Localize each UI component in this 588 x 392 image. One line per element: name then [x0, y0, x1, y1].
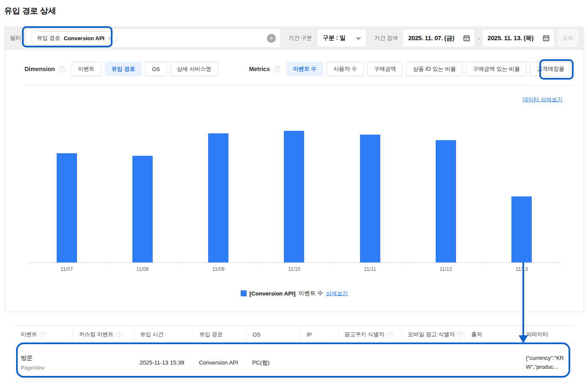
date-from-value: 2025. 11. 07. (금) — [408, 34, 454, 42]
metric-button-0[interactable]: 이벤트 수 — [286, 62, 324, 76]
bar-slot — [104, 156, 180, 262]
bar-11/11[interactable] — [360, 135, 380, 262]
parameter-value: {"currency":"KRW","produc... — [526, 354, 570, 371]
column-label: 파라미터 — [526, 331, 548, 338]
x-axis-label: 11/07 — [29, 266, 104, 272]
column-label: 광고쿠키 식별자 — [344, 331, 385, 338]
column-label: 유입 경로 — [199, 331, 223, 338]
axis-tick — [104, 263, 105, 265]
help-icon[interactable] — [387, 331, 393, 337]
legend-metric: 이벤트 수 — [299, 290, 323, 297]
x-axis-label: 11/09 — [181, 266, 256, 272]
dimension-metrics-toolbar: Dimension 이벤트유입 경로OS상세 서비스명 Metrics 이벤트 … — [5, 50, 584, 76]
dimension-label: Dimension — [25, 66, 55, 72]
date-range-separator: - — [478, 35, 480, 41]
metrics-group: Metrics 이벤트 수사용자 수구매금액상품 ID 있는 비율구매금액 있는… — [249, 62, 571, 76]
calendar-icon[interactable] — [543, 35, 550, 41]
column-header-source: 출처 — [465, 326, 520, 343]
legend-detail-link[interactable]: 상세보기 — [326, 290, 348, 297]
bar-11/12[interactable] — [436, 140, 456, 262]
filter-bar: 필터 유입 경로 Conversion API 기간 구분 구분 : 일 기간 … — [4, 26, 584, 50]
help-icon[interactable] — [116, 331, 122, 337]
cell-mobile_ad_id — [401, 344, 465, 381]
column-header-ad_cookie_id: 광고쿠키 식별자 — [338, 326, 401, 343]
axis-tick — [181, 263, 181, 265]
bar-slot — [181, 133, 256, 262]
filter-chip[interactable]: 유입 경로 Conversion API — [30, 31, 117, 45]
metrics-label: Metrics — [249, 66, 270, 72]
metric-button-5[interactable]: 고객매칭율 — [530, 62, 571, 76]
bar-slot — [29, 153, 104, 262]
bar-11/13[interactable] — [511, 196, 532, 262]
dimension-group: Dimension 이벤트유입 경로OS상세 서비스명 — [25, 62, 218, 76]
report-card: Dimension 이벤트유입 경로OS상세 서비스명 Metrics 이벤트 … — [4, 50, 584, 312]
cell-inflow_time: 2025-11-13 15:39 — [134, 344, 193, 381]
dimension-button-0[interactable]: 이벤트 — [71, 62, 102, 76]
metric-button-4[interactable]: 구매금액 있는 비율 — [466, 62, 527, 76]
period-type-select[interactable]: 구분 : 일 — [318, 30, 366, 47]
bar-11/07[interactable] — [57, 153, 77, 262]
column-label: 커스텀 이벤트 — [79, 331, 114, 338]
help-icon[interactable] — [40, 331, 46, 337]
page-title: 유입 경로 상세 — [4, 6, 56, 17]
bar-11/10[interactable] — [284, 131, 304, 262]
event-table: 이벤트커스텀 이벤트유입 시간유입 경로OSIP광고쿠키 식별자모바일 광고 식… — [15, 325, 573, 382]
bar-slot — [484, 196, 560, 262]
dimension-button-3[interactable]: 상세 서비스명 — [170, 62, 218, 76]
column-label: IP — [307, 331, 312, 338]
dimension-button-1[interactable]: 유입 경로 — [105, 62, 142, 76]
period-search-label: 기간 검색 — [374, 34, 398, 42]
cell-source — [465, 344, 520, 381]
bar-slot — [256, 131, 332, 262]
axis-tick — [29, 263, 29, 265]
column-header-os: OS — [246, 326, 300, 343]
inflow-path-detail-page: 유입 경로 상세 필터 유입 경로 Conversion API 기간 구분 구… — [0, 0, 588, 392]
date-from-input[interactable]: 2025. 11. 07. (금) — [403, 30, 474, 47]
metric-button-1[interactable]: 사용자 수 — [327, 62, 364, 76]
x-axis-label: 11/12 — [408, 266, 484, 272]
event-name: 방문 — [21, 354, 33, 362]
help-icon[interactable] — [457, 331, 463, 337]
table-header-row: 이벤트커스텀 이벤트유입 시간유입 경로OSIP광고쿠키 식별자모바일 광고 식… — [15, 325, 573, 344]
bar-11/08[interactable] — [132, 156, 153, 262]
column-header-inflow_time: 유입 시간 — [134, 326, 193, 343]
legend-swatch — [241, 290, 247, 296]
filter-input[interactable]: 유입 경로 Conversion API — [26, 29, 280, 47]
filter-label: 필터 — [10, 34, 21, 42]
axis-tick — [332, 263, 332, 265]
legend-series-name: [Conversion API] — [250, 290, 296, 297]
help-icon[interactable] — [274, 66, 280, 72]
filter-clear-icon[interactable] — [267, 34, 276, 43]
metric-button-2[interactable]: 구매금액 — [367, 62, 403, 76]
data-detail-link[interactable]: 데이터 상세보기 — [522, 96, 563, 102]
chip-remove-icon[interactable] — [108, 36, 111, 41]
cell-custom_event — [73, 344, 134, 381]
x-axis — [29, 262, 560, 263]
help-icon[interactable] — [59, 66, 66, 72]
period-type-value: 구분 : 일 — [323, 34, 346, 42]
chevron-down-icon — [356, 37, 361, 40]
x-axis-label: 11/08 — [104, 266, 180, 272]
chart-legend: [Conversion API] 이벤트 수 상세보기 — [5, 290, 584, 297]
x-axis-label: 11/10 — [256, 266, 332, 272]
table-row[interactable]: 방문PageView2025-11-13 15:39Conversion API… — [15, 344, 573, 382]
cell-ip — [300, 344, 338, 381]
dimension-button-2[interactable]: OS — [145, 62, 167, 76]
cell-os: PC(웹) — [246, 344, 300, 381]
axis-tick — [256, 263, 257, 265]
chip-value: Conversion API — [64, 35, 104, 41]
metric-button-3[interactable]: 상품 ID 있는 비율 — [406, 62, 463, 76]
bar-11/09[interactable] — [208, 133, 228, 262]
search-button[interactable]: 조회 — [556, 28, 579, 48]
cell-event: 방문PageView — [15, 344, 73, 381]
column-header-parameter: 파라미터 — [520, 326, 573, 343]
toolbar-divider — [25, 85, 574, 85]
axis-tick — [408, 263, 408, 265]
column-label: OS — [253, 331, 261, 338]
calendar-icon[interactable] — [463, 35, 470, 41]
column-header-event: 이벤트 — [15, 326, 73, 343]
cell-parameter: {"currency":"KRW","produc... — [520, 344, 573, 381]
column-header-custom_event: 커스텀 이벤트 — [73, 326, 134, 343]
date-to-input[interactable]: 2025. 11. 13. (목) — [483, 30, 554, 47]
cell-ad_cookie_id — [338, 344, 401, 381]
